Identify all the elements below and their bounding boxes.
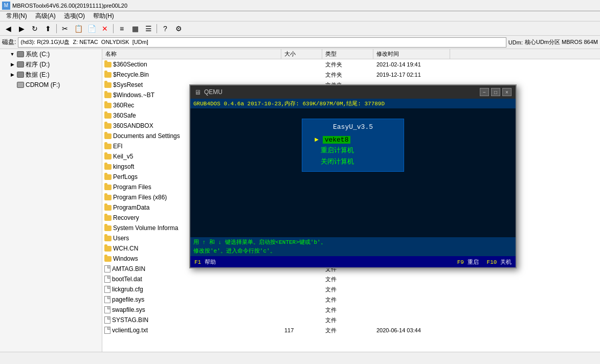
toolbar-btn-12[interactable]: ?: [159, 23, 171, 34]
toolbar-btn-11[interactable]: ☰: [142, 23, 154, 34]
toolbar-btn-2[interactable]: ▶: [15, 23, 28, 34]
file-row[interactable]: $360Section文件夹2021-02-14 19:41: [102, 59, 600, 70]
file-icon: [104, 276, 110, 283]
qemu-menu-area: EasyU_v3.5 ► veket8 重启计算机 关闭计算机: [190, 108, 516, 237]
file-name: kingsoft: [113, 163, 134, 170]
qemu-minimize-button[interactable]: −: [480, 88, 489, 96]
qemu-menu-item-0[interactable]: ► veket8: [313, 135, 393, 145]
toolbar-btn-3[interactable]: ↻: [29, 23, 41, 34]
file-size: [281, 64, 322, 65]
toolbar-btn-13[interactable]: ⚙: [172, 23, 185, 34]
file-size: [281, 289, 322, 290]
file-date: [373, 299, 450, 300]
sidebar-item-c[interactable]: ▼ 系统 (C:): [0, 49, 102, 59]
sidebar-item-e[interactable]: ▶ 数据 (E:): [0, 70, 102, 80]
sidebar: ▼ 系统 (C:) ▶ 程序 (D:) ▶ 数据 (E:) CDROM (F:): [0, 49, 102, 352]
fn1-num: F1: [194, 259, 201, 265]
folder-icon: [104, 205, 112, 211]
toolbar-btn-9[interactable]: ≡: [116, 23, 128, 34]
qemu-menu-item-1[interactable]: 重启计算机: [313, 145, 393, 156]
col-header-date[interactable]: 修改时间: [373, 49, 450, 59]
file-icon-cell: lickgrub.cfg: [102, 285, 281, 293]
file-date: [373, 268, 450, 269]
drive-icon-c: [16, 50, 25, 58]
expand-f[interactable]: [8, 81, 16, 89]
file-name: WCH.CN: [113, 245, 138, 252]
folder-icon: [104, 164, 112, 170]
menu-options[interactable]: 选项(O): [60, 11, 89, 21]
expand-d[interactable]: ▶: [8, 60, 16, 69]
toolbar-sep-3: [157, 24, 157, 33]
toolbar-btn-4[interactable]: ⬆: [42, 23, 54, 34]
expand-c[interactable]: ▼: [8, 50, 16, 58]
drive-icon-d: [16, 60, 25, 69]
file-name: swapfile.sys: [112, 306, 145, 313]
file-row[interactable]: SYSTAG.BIN文件: [102, 315, 600, 325]
toolbar-btn-8[interactable]: ✕: [99, 23, 111, 34]
qemu-fn1[interactable]: F1 帮助: [190, 258, 220, 266]
qemu-fn9[interactable]: F9 重启: [453, 258, 483, 266]
menu-help[interactable]: 帮助(H): [89, 11, 118, 21]
qemu-controls: − □ ×: [480, 88, 512, 96]
file-type: 文件夹: [322, 71, 373, 79]
col-header-name[interactable]: 名称: [102, 49, 281, 59]
file-name: AMTAG.BIN: [112, 265, 145, 272]
sidebar-item-d[interactable]: ▶ 程序 (D:): [0, 59, 102, 70]
toolbar-btn-1[interactable]: ◀: [2, 23, 14, 34]
file-row[interactable]: swapfile.sys文件: [102, 305, 600, 315]
file-name: 360Rec: [113, 102, 134, 109]
file-row[interactable]: bootTel.dat文件: [102, 274, 600, 284]
file-icon: [104, 306, 110, 313]
toolbar-btn-10[interactable]: ▦: [129, 23, 141, 34]
toolbar-sep-2: [113, 24, 114, 33]
qemu-item-label-0: veket8: [323, 136, 351, 144]
file-date: 2020-06-14 03:44: [373, 327, 450, 334]
file-name: $SysReset: [113, 81, 143, 88]
col-header-size[interactable]: 大小: [281, 49, 322, 59]
file-size: [281, 74, 322, 75]
col-header-type[interactable]: 类型: [322, 49, 373, 59]
sidebar-item-f[interactable]: CDROM (F:): [0, 80, 102, 90]
qemu-content: GRUB4DOS 0.4.6a 2017-10-23,内存: 639K/897M…: [190, 99, 516, 267]
fn10-num: F10: [487, 259, 497, 265]
qemu-arrow-0: ►: [315, 136, 319, 144]
address-label: 磁盘:: [2, 38, 16, 47]
file-name: Recovery: [113, 214, 139, 221]
fn9-label: 重启: [468, 259, 479, 265]
address-bar: 磁盘: UDm: 核心UDm分区 MBROS 864M: [0, 36, 600, 49]
folder-icon: [104, 113, 112, 119]
menu-common[interactable]: 常用(N): [2, 11, 31, 21]
qemu-menu-item-2[interactable]: 关闭计算机: [313, 156, 393, 167]
address-right: UDm: 核心UDm分区 MBROS 864M: [508, 38, 598, 46]
file-row[interactable]: pagefile.sys文件: [102, 294, 600, 305]
toolbar-btn-7[interactable]: 📄: [85, 23, 98, 34]
menu-advanced[interactable]: 高级(A): [31, 11, 60, 21]
folder-icon: [104, 62, 112, 67]
file-icon-cell: pagefile.sys: [102, 295, 281, 304]
menu-bar: 常用(N) 高级(A) 选项(O) 帮助(H): [0, 11, 600, 21]
udm-label: UDm:: [508, 39, 523, 46]
folder-icon: [104, 195, 112, 200]
folder-icon: [104, 174, 112, 180]
file-size: [281, 309, 322, 310]
file-name: Program Files (x86): [113, 194, 167, 201]
folder-icon: [104, 185, 112, 190]
folder-icon: [104, 225, 112, 231]
qemu-title-bar: 🖥 QEMU − □ ×: [190, 85, 516, 99]
qemu-close-button[interactable]: ×: [502, 88, 512, 96]
file-row[interactable]: lickgrub.cfg文件: [102, 284, 600, 294]
expand-e[interactable]: ▶: [8, 71, 16, 79]
address-input[interactable]: [18, 37, 506, 48]
sidebar-label-d: 程序 (D:): [26, 60, 50, 69]
file-name: pagefile.sys: [112, 296, 144, 303]
udm-value: 核心UDm分区 MBROS 864M: [525, 38, 598, 46]
file-row[interactable]: vclientLog.txt117文件2020-06-14 03:44: [102, 325, 600, 335]
file-row[interactable]: $Recycle.Bin文件夹2019-12-17 02:11: [102, 70, 600, 80]
toolbar-btn-6[interactable]: 📋: [72, 23, 84, 34]
folder-icon: [104, 93, 112, 98]
qemu-fn10[interactable]: F10 关机: [483, 258, 516, 266]
toolbar-btn-5[interactable]: ✂: [59, 23, 71, 34]
qemu-maximize-button[interactable]: □: [491, 88, 500, 96]
file-name: Keil_v5: [113, 153, 133, 160]
file-icon: [104, 296, 110, 303]
